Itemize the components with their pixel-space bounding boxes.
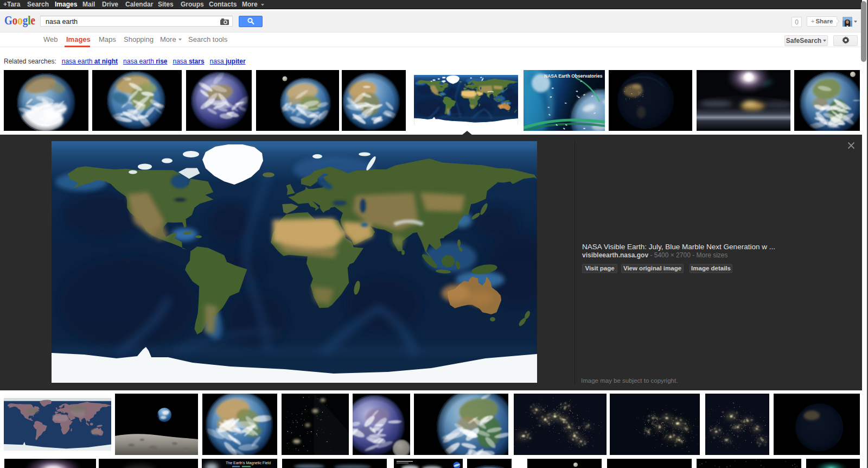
svg-text:NASA Earth Observatories: NASA Earth Observatories — [544, 73, 603, 79]
svg-text:The Earth's Magnetic Field: The Earth's Magnetic Field — [226, 461, 271, 465]
svg-text:Google: Google — [4, 15, 35, 27]
